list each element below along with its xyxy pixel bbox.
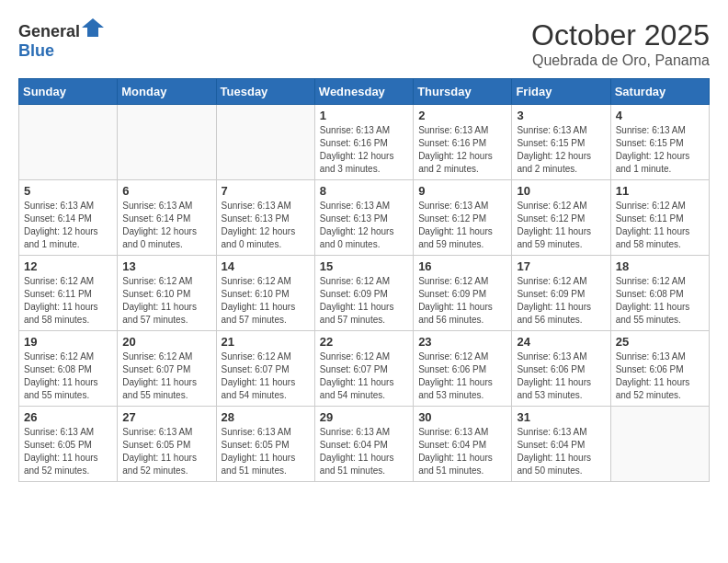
calendar-day-cell: 22Sunrise: 6:12 AMSunset: 6:07 PMDayligh… (314, 331, 413, 407)
day-number: 12 (24, 259, 112, 273)
calendar-week-row: 5Sunrise: 6:13 AMSunset: 6:14 PMDaylight… (19, 180, 710, 256)
calendar-day-cell: 28Sunrise: 6:13 AMSunset: 6:05 PMDayligh… (216, 407, 314, 482)
sunset-info: Sunset: 6:06 PM (517, 364, 585, 374)
calendar-week-row: 12Sunrise: 6:12 AMSunset: 6:11 PMDayligh… (19, 256, 710, 331)
day-number: 13 (122, 259, 210, 273)
sunrise-info: Sunrise: 6:13 AM (616, 351, 686, 362)
day-info: Sunrise: 6:13 AMSunset: 6:04 PMDaylight:… (320, 426, 408, 477)
calendar-day-cell: 3Sunrise: 6:13 AMSunset: 6:15 PMDaylight… (512, 105, 610, 180)
sunset-info: Sunset: 6:13 PM (222, 213, 290, 224)
daylight-label: Daylight: 11 hours and 54 minutes. (222, 377, 296, 400)
calendar-day-cell: 25Sunrise: 6:13 AMSunset: 6:06 PMDayligh… (610, 331, 709, 407)
sunset-info: Sunset: 6:04 PM (320, 440, 388, 450)
calendar-day-cell: 2Sunrise: 6:13 AMSunset: 6:16 PMDaylight… (414, 105, 512, 180)
daylight-label: Daylight: 11 hours and 54 minutes. (320, 377, 394, 400)
calendar-day-cell: 17Sunrise: 6:12 AMSunset: 6:09 PMDayligh… (512, 256, 610, 331)
sunrise-info: Sunrise: 6:12 AM (616, 276, 686, 286)
day-number: 18 (616, 259, 704, 273)
daylight-label: Daylight: 11 hours and 55 minutes. (616, 302, 690, 325)
calendar-day-cell: 27Sunrise: 6:13 AMSunset: 6:05 PMDayligh… (118, 407, 216, 482)
daylight-label: Daylight: 11 hours and 57 minutes. (320, 302, 394, 325)
sunrise-info: Sunrise: 6:12 AM (517, 276, 586, 286)
daylight-label: Daylight: 11 hours and 59 minutes. (418, 226, 493, 249)
logo: General Blue (18, 18, 104, 61)
sunrise-info: Sunrise: 6:13 AM (320, 427, 390, 437)
day-info: Sunrise: 6:12 AMSunset: 6:07 PMDaylight:… (122, 350, 210, 402)
day-number: 2 (418, 109, 506, 122)
day-info: Sunrise: 6:13 AMSunset: 6:14 PMDaylight:… (24, 200, 112, 251)
day-info: Sunrise: 6:12 AMSunset: 6:07 PMDaylight:… (320, 350, 408, 402)
sunset-info: Sunset: 6:15 PM (517, 138, 585, 148)
svg-marker-0 (82, 18, 104, 37)
sunrise-info: Sunrise: 6:13 AM (320, 201, 390, 211)
sunset-info: Sunset: 6:04 PM (418, 440, 486, 450)
sunrise-info: Sunrise: 6:12 AM (122, 351, 192, 362)
day-info: Sunrise: 6:12 AMSunset: 6:08 PMDaylight:… (24, 350, 112, 402)
daylight-label: Daylight: 11 hours and 55 minutes. (24, 377, 98, 400)
calendar-day-cell: 12Sunrise: 6:12 AMSunset: 6:11 PMDayligh… (19, 256, 118, 331)
day-info: Sunrise: 6:13 AMSunset: 6:15 PMDaylight:… (517, 124, 605, 176)
day-number: 1 (320, 109, 408, 122)
calendar-day-cell: 16Sunrise: 6:12 AMSunset: 6:09 PMDayligh… (414, 256, 512, 331)
day-info: Sunrise: 6:13 AMSunset: 6:13 PMDaylight:… (222, 200, 310, 251)
sunrise-info: Sunrise: 6:13 AM (24, 427, 94, 437)
day-number: 28 (222, 410, 310, 424)
day-number: 4 (616, 109, 704, 122)
day-info: Sunrise: 6:12 AMSunset: 6:10 PMDaylight:… (222, 275, 310, 327)
calendar-table: SundayMondayTuesdayWednesdayThursdayFrid… (18, 78, 710, 482)
sunset-info: Sunset: 6:16 PM (418, 138, 486, 148)
day-info: Sunrise: 6:13 AMSunset: 6:16 PMDaylight:… (418, 124, 506, 176)
weekday-header-thursday: Thursday (414, 79, 512, 105)
calendar-day-cell (610, 407, 709, 482)
sunset-info: Sunset: 6:14 PM (122, 213, 190, 224)
day-info: Sunrise: 6:12 AMSunset: 6:12 PMDaylight:… (517, 200, 605, 251)
day-info: Sunrise: 6:13 AMSunset: 6:04 PMDaylight:… (517, 426, 605, 477)
sunset-info: Sunset: 6:09 PM (418, 289, 486, 299)
sunrise-info: Sunrise: 6:13 AM (222, 427, 291, 437)
sunset-info: Sunset: 6:14 PM (24, 213, 92, 224)
daylight-label: Daylight: 12 hours and 1 minute. (616, 151, 690, 174)
weekday-header-sunday: Sunday (19, 79, 118, 105)
day-info: Sunrise: 6:12 AMSunset: 6:09 PMDaylight:… (320, 275, 408, 327)
daylight-label: Daylight: 12 hours and 0 minutes. (122, 226, 197, 249)
daylight-label: Daylight: 11 hours and 52 minutes. (122, 453, 197, 476)
sunrise-info: Sunrise: 6:13 AM (320, 125, 390, 135)
calendar-day-cell (118, 105, 216, 180)
day-info: Sunrise: 6:13 AMSunset: 6:15 PMDaylight:… (616, 124, 704, 176)
calendar-week-row: 19Sunrise: 6:12 AMSunset: 6:08 PMDayligh… (19, 331, 710, 407)
calendar-day-cell: 1Sunrise: 6:13 AMSunset: 6:16 PMDaylight… (314, 105, 413, 180)
location-subtitle: Quebrada de Oro, Panama (531, 52, 710, 69)
calendar-day-cell: 15Sunrise: 6:12 AMSunset: 6:09 PMDayligh… (314, 256, 413, 331)
daylight-label: Daylight: 11 hours and 55 minutes. (122, 377, 197, 400)
calendar-day-cell: 31Sunrise: 6:13 AMSunset: 6:04 PMDayligh… (512, 407, 610, 482)
calendar-day-cell: 23Sunrise: 6:12 AMSunset: 6:06 PMDayligh… (414, 331, 512, 407)
day-info: Sunrise: 6:13 AMSunset: 6:05 PMDaylight:… (122, 426, 210, 477)
day-info: Sunrise: 6:13 AMSunset: 6:06 PMDaylight:… (517, 350, 605, 402)
day-info: Sunrise: 6:12 AMSunset: 6:11 PMDaylight:… (24, 275, 112, 327)
day-number: 10 (517, 184, 605, 198)
sunset-info: Sunset: 6:05 PM (222, 440, 290, 450)
day-number: 17 (517, 259, 605, 273)
sunset-info: Sunset: 6:10 PM (122, 289, 190, 299)
sunset-info: Sunset: 6:12 PM (517, 213, 585, 224)
sunset-info: Sunset: 6:15 PM (616, 138, 684, 148)
daylight-label: Daylight: 12 hours and 0 minutes. (222, 226, 296, 249)
sunset-info: Sunset: 6:07 PM (122, 364, 190, 374)
weekday-header-friday: Friday (512, 79, 610, 105)
weekday-header-saturday: Saturday (610, 79, 709, 105)
daylight-label: Daylight: 11 hours and 53 minutes. (517, 377, 591, 400)
daylight-label: Daylight: 12 hours and 0 minutes. (320, 226, 394, 249)
daylight-label: Daylight: 11 hours and 57 minutes. (122, 302, 197, 325)
calendar-day-cell (216, 105, 314, 180)
calendar-day-cell: 5Sunrise: 6:13 AMSunset: 6:14 PMDaylight… (19, 180, 118, 256)
calendar-day-cell: 6Sunrise: 6:13 AMSunset: 6:14 PMDaylight… (118, 180, 216, 256)
sunrise-info: Sunrise: 6:12 AM (122, 276, 192, 286)
calendar-day-cell: 4Sunrise: 6:13 AMSunset: 6:15 PMDaylight… (610, 105, 709, 180)
calendar-day-cell: 9Sunrise: 6:13 AMSunset: 6:12 PMDaylight… (414, 180, 512, 256)
daylight-label: Daylight: 11 hours and 58 minutes. (24, 302, 98, 325)
daylight-label: Daylight: 11 hours and 58 minutes. (616, 226, 690, 249)
weekday-header-wednesday: Wednesday (314, 79, 413, 105)
calendar-week-row: 26Sunrise: 6:13 AMSunset: 6:05 PMDayligh… (19, 407, 710, 482)
sunset-info: Sunset: 6:04 PM (517, 440, 585, 450)
day-number: 29 (320, 410, 408, 424)
